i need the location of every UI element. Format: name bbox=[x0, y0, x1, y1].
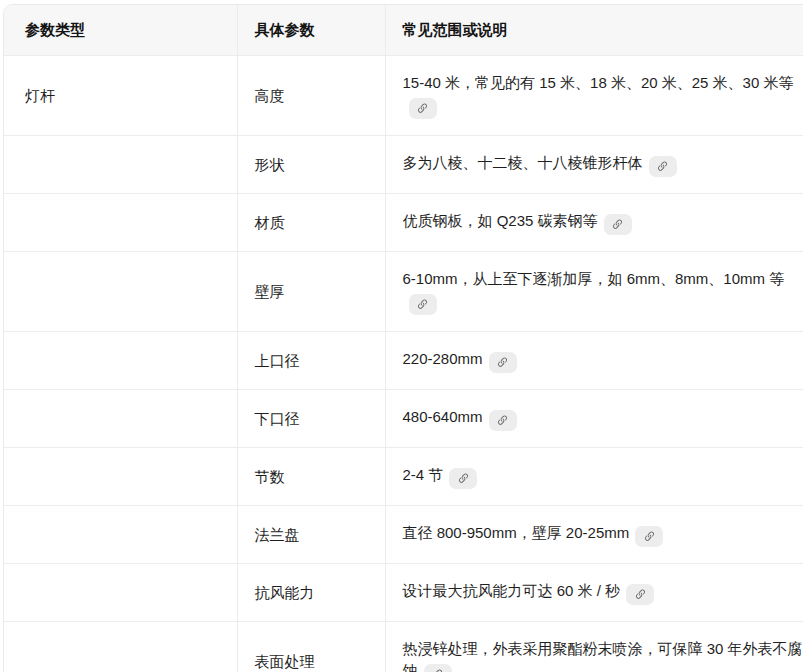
column-header-common-range: 常见范围或说明 bbox=[385, 5, 803, 56]
citation-link-chip[interactable] bbox=[424, 664, 452, 672]
link-icon bbox=[643, 530, 656, 543]
link-icon bbox=[496, 414, 509, 427]
cell-param: 形状 bbox=[237, 136, 385, 194]
table-row: 形状 多为八棱、十二棱、十八棱锥形杆体 bbox=[4, 136, 803, 194]
citation-link-chip[interactable] bbox=[635, 526, 663, 547]
column-header-parameter-type: 参数类型 bbox=[4, 5, 237, 56]
cell-param: 下口径 bbox=[237, 390, 385, 448]
link-icon bbox=[457, 472, 470, 485]
citation-link-chip[interactable] bbox=[489, 352, 517, 373]
cell-param: 上口径 bbox=[237, 332, 385, 390]
cell-value-text: 15-40 米，常见的有 15 米、18 米、20 米、25 米、30 米等 bbox=[403, 74, 794, 91]
cell-param: 法兰盘 bbox=[237, 506, 385, 564]
cell-category bbox=[4, 332, 237, 390]
link-icon bbox=[431, 668, 444, 672]
cell-param: 抗风能力 bbox=[237, 564, 385, 622]
cell-category: 灯杆 bbox=[4, 56, 237, 136]
link-icon bbox=[634, 588, 647, 601]
cell-value: 220-280mm bbox=[385, 332, 803, 390]
cell-param: 材质 bbox=[237, 194, 385, 252]
citation-link-chip[interactable] bbox=[409, 294, 437, 315]
cell-param: 壁厚 bbox=[237, 252, 385, 332]
cell-value: 15-40 米，常见的有 15 米、18 米、20 米、25 米、30 米等 bbox=[385, 56, 803, 136]
cell-value-text: 480-640mm bbox=[403, 408, 483, 425]
table-row: 表面处理 热浸锌处理，外表采用聚酯粉末喷涂，可保障 30 年外表不腐蚀 bbox=[4, 622, 803, 672]
table-row: 抗风能力 设计最大抗风能力可达 60 米 / 秒 bbox=[4, 564, 803, 622]
link-icon bbox=[656, 160, 669, 173]
cell-value-text: 直径 800-950mm，壁厚 20-25mm bbox=[403, 524, 630, 541]
column-header-specific-parameter: 具体参数 bbox=[237, 5, 385, 56]
cell-category bbox=[4, 506, 237, 564]
cell-value: 设计最大抗风能力可达 60 米 / 秒 bbox=[385, 564, 803, 622]
cell-value: 2-4 节 bbox=[385, 448, 803, 506]
link-icon bbox=[416, 102, 429, 115]
citation-link-chip[interactable] bbox=[626, 584, 654, 605]
cell-param: 表面处理 bbox=[237, 622, 385, 672]
cell-category bbox=[4, 390, 237, 448]
cell-category bbox=[4, 136, 237, 194]
cell-category bbox=[4, 622, 237, 672]
spec-table: 参数类型 具体参数 常见范围或说明 灯杆 高度 15-40 米，常见的有 15 … bbox=[4, 5, 803, 672]
cell-value-text: 热浸锌处理，外表采用聚酯粉末喷涂，可保障 30 年外表不腐蚀 bbox=[403, 640, 803, 672]
cell-category bbox=[4, 194, 237, 252]
link-icon bbox=[611, 218, 624, 231]
cell-param: 节数 bbox=[237, 448, 385, 506]
citation-link-chip[interactable] bbox=[449, 468, 477, 489]
citation-link-chip[interactable] bbox=[649, 156, 677, 177]
citation-link-chip[interactable] bbox=[604, 214, 632, 235]
cell-value: 直径 800-950mm，壁厚 20-25mm bbox=[385, 506, 803, 564]
cell-value-text: 220-280mm bbox=[403, 350, 483, 367]
table-row: 壁厚 6-10mm，从上至下逐渐加厚，如 6mm、8mm、10mm 等 bbox=[4, 252, 803, 332]
cell-value-text: 优质钢板，如 Q235 碳素钢等 bbox=[403, 212, 598, 229]
table-row: 上口径 220-280mm bbox=[4, 332, 803, 390]
cell-value-text: 2-4 节 bbox=[403, 466, 444, 483]
cell-value-text: 6-10mm，从上至下逐渐加厚，如 6mm、8mm、10mm 等 bbox=[403, 270, 785, 287]
cell-value-text: 设计最大抗风能力可达 60 米 / 秒 bbox=[403, 582, 621, 599]
cell-value: 热浸锌处理，外表采用聚酯粉末喷涂，可保障 30 年外表不腐蚀 bbox=[385, 622, 803, 672]
cell-param: 高度 bbox=[237, 56, 385, 136]
cell-category bbox=[4, 448, 237, 506]
cell-value: 480-640mm bbox=[385, 390, 803, 448]
spec-table-container: 参数类型 具体参数 常见范围或说明 灯杆 高度 15-40 米，常见的有 15 … bbox=[3, 4, 803, 672]
table-row: 法兰盘 直径 800-950mm，壁厚 20-25mm bbox=[4, 506, 803, 564]
cell-value-text: 多为八棱、十二棱、十八棱锥形杆体 bbox=[403, 154, 643, 171]
header-row: 参数类型 具体参数 常见范围或说明 bbox=[4, 5, 803, 56]
link-icon bbox=[416, 298, 429, 311]
cell-value: 多为八棱、十二棱、十八棱锥形杆体 bbox=[385, 136, 803, 194]
cell-category bbox=[4, 252, 237, 332]
table-row: 下口径 480-640mm bbox=[4, 390, 803, 448]
link-icon bbox=[496, 356, 509, 369]
cell-value: 6-10mm，从上至下逐渐加厚，如 6mm、8mm、10mm 等 bbox=[385, 252, 803, 332]
table-row: 灯杆 高度 15-40 米，常见的有 15 米、18 米、20 米、25 米、3… bbox=[4, 56, 803, 136]
table-row: 节数 2-4 节 bbox=[4, 448, 803, 506]
citation-link-chip[interactable] bbox=[409, 98, 437, 119]
cell-category bbox=[4, 564, 237, 622]
cell-value: 优质钢板，如 Q235 碳素钢等 bbox=[385, 194, 803, 252]
citation-link-chip[interactable] bbox=[489, 410, 517, 431]
table-row: 材质 优质钢板，如 Q235 碳素钢等 bbox=[4, 194, 803, 252]
